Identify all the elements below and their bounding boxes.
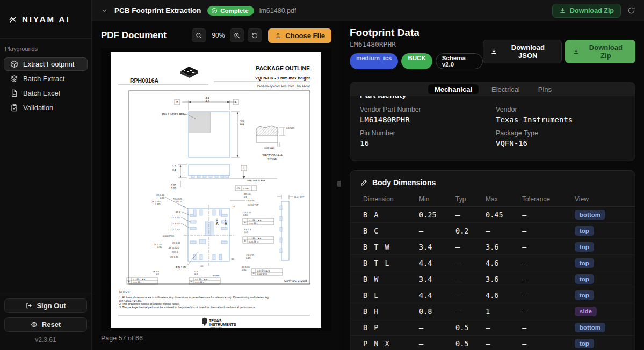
cell-typ: 0.5 [455,323,486,332]
cell-typ: 0.5 [455,339,486,348]
table-row: B T L 4.4 — 4.6 — top [350,255,635,271]
svg-text:RPH0016A: RPH0016A [130,77,159,84]
svg-text:10: 10 [232,205,235,208]
svg-text:⊕: ⊕ [252,272,255,274]
layers-icon [10,75,18,83]
status-label: Complete [220,8,248,14]
download-json-button[interactable]: Download JSON [483,40,562,63]
sidebar: NIYAM AI Playgrounds Extract Footprint B… [0,0,92,350]
svg-text:0.1 Ⓜ C A B: 0.1 Ⓜ C A B [133,278,146,281]
view-badge: top [575,274,594,284]
view-badge: bottom [575,323,605,332]
footprint-header: Footprint Data LM61480RPHR medium_ics BU… [350,27,483,69]
download-zip-label: Download Zip [584,43,628,60]
svg-text:16: 16 [200,265,203,267]
svg-text:0.1 Ⓜ C A B: 0.1 Ⓜ C A B [249,219,262,222]
sidebar-footer: Sign Out Reset v2.3.61 [0,293,91,350]
download-zip-button[interactable]: Download Zip [565,40,635,63]
tab-electrical[interactable]: Electrical [486,84,525,94]
sidebar-section-label: Playgrounds [5,46,91,52]
svg-text:A: A [235,100,237,104]
cell-min: 3.4 [419,275,455,283]
cell-view: top [575,242,635,252]
svg-text:3. The package thermal pad mus: 3. The package thermal pad must be solde… [119,305,256,309]
cell-min: — [419,323,455,332]
choose-file-button[interactable]: Choose File [268,28,331,43]
clipboard-check-icon [10,104,18,112]
download-zip-button-top[interactable]: Download Zip [552,4,621,18]
page-indicator: Page 57 of 66 [101,334,143,342]
pdf-viewer[interactable]: RPH0016A PACKAGE OUTLINE VQFN-HR - 1 mm … [101,48,331,331]
svg-text:⊕: ⊕ [190,280,192,283]
svg-text:(0.15) TYP: (0.15) TYP [248,203,259,206]
zoom-out-button[interactable] [192,28,206,42]
svg-text:www.ti.com: www.ti.com [210,326,222,329]
tab-pins[interactable]: Pins [533,84,557,94]
identity-field-label: Vendor [496,106,625,113]
sidebar-item-extract-footprint[interactable]: Extract Footprint [4,57,88,71]
file-name: lm61480.pdf [259,7,296,14]
chevron-down-icon[interactable] [101,7,108,14]
cell-dimension: B L [363,291,419,300]
svg-text:0.375: 0.375 [155,203,161,206]
reset-label: Reset [42,320,61,329]
check-circle-icon [211,8,218,14]
refresh-icon[interactable] [627,6,635,14]
svg-text:15: 15 [231,258,234,260]
ti-logo-icon [202,318,207,326]
svg-text:0.8: 0.8 [172,168,176,171]
sidebar-item-label: Batch Excel [23,89,60,97]
table-row: B A 0.25 — 0.45 — bottom [350,207,635,223]
cell-max: 3.6 [486,243,522,251]
svg-text:2X 1.025: 2X 1.025 [171,222,181,225]
sidebar-item-batch-extract[interactable]: Batch Extract [4,72,88,85]
svg-text:SYMM: SYMM [213,274,220,277]
reset-button[interactable]: Reset [4,317,87,332]
pdf-page: RPH0016A PACKAGE OUTLINE VQFN-HR - 1 mm … [111,52,321,328]
cell-max: 0.45 [486,210,522,219]
view-badge: top [575,242,594,252]
sign-out-button[interactable]: Sign Out [4,298,87,313]
col-dimension: Dimension [363,195,419,203]
svg-text:0.05 Ⓜ C: 0.05 Ⓜ C [249,240,258,243]
sidebar-item-batch-excel[interactable]: Batch Excel [4,86,88,100]
col-typ: Typ [455,195,486,203]
cell-view: top [575,290,635,300]
svg-text:2X 1.5: 2X 1.5 [172,251,179,253]
choose-file-label: Choose File [285,32,325,40]
col-max: Max [486,195,522,203]
reset-view-button[interactable] [248,28,262,42]
body-dimensions-title: Body Dimensions [372,178,436,187]
cell-max: 1 [486,307,522,316]
cell-tolerance: — [522,339,575,348]
table-header-row: Dimension Min Typ Max Tolerance View [350,192,635,207]
identity-field-value: LM61480RPHR [360,115,496,124]
cell-dimension: B C [363,227,419,235]
identity-field: Vendor Part Number LM61480RPHR [360,106,496,124]
pdf-toolbar: 90% Choose File [192,28,331,43]
zoom-level: 90% [209,32,227,39]
cell-min: 3.4 [419,243,455,251]
identity-field-value: 16 [360,139,496,148]
svg-text:2X 2: 2X 2 [176,210,180,213]
identity-field: Vendor Texas Instruments [496,106,625,124]
feature-control-frame: ⊕ 0.1 Ⓜ C A B 0.05 Ⓜ C [189,278,220,284]
cell-max: 4.6 [486,259,522,267]
svg-text:PIN 1 INDEX AREA: PIN 1 INDEX AREA [162,113,186,116]
niyam-logo-icon [9,15,17,23]
cell-typ: 0.2 [455,227,486,235]
cell-max: 4.6 [486,291,522,300]
body-dimensions-card: Body Dimensions Dimension Min Typ Max To… [350,170,635,350]
svg-text:B: B [176,100,178,104]
identity-field-label: Pin Number [360,129,496,137]
zoom-in-button[interactable] [230,28,244,42]
pencil-icon [360,179,368,187]
cell-dimension: B H [363,307,419,316]
tab-mechanical[interactable]: Mechanical [428,84,479,94]
cell-tolerance: — [522,210,575,219]
tabbar: Mechanical Electrical Pins [350,82,635,96]
identity-field: Package Type VQFN-16 [496,129,625,148]
cell-dimension: B T L [363,259,419,267]
sidebar-item-validation[interactable]: Validation [4,101,88,114]
svg-text:PLASTIC QUAD FLATPACK - NO LEA: PLASTIC QUAD FLATPACK - NO LEAD [257,84,310,88]
